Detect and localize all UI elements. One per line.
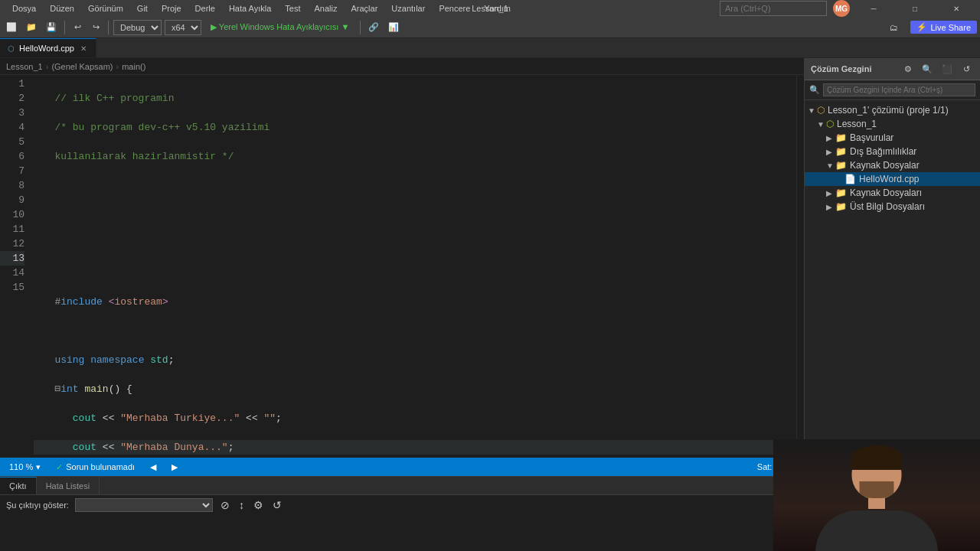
person-beard [860, 481, 894, 498]
toolbar-save[interactable]: 💾 [43, 20, 60, 35]
se-label-lesson1: Lesson_1 [837, 119, 877, 129]
se-refresh-icon[interactable]: ↺ [959, 61, 974, 77]
output-tab-hata[interactable]: Hata Listesi [37, 477, 100, 494]
nav-right[interactable]: ▶ [168, 462, 181, 472]
menu-analiz[interactable]: Analiz [309, 2, 344, 15]
se-filter-icon[interactable]: ⚙ [900, 61, 916, 77]
menu-hata-ayikla[interactable]: Hata Ayıkla [223, 2, 277, 15]
close-button[interactable]: ✕ [939, 0, 974, 17]
breadcrumb-scope: (Genel Kapsam) [51, 62, 113, 71]
code-content[interactable]: // ilk C++ programin /* bu program dev-c… [31, 75, 796, 458]
zoom-icon: ▾ [36, 462, 41, 472]
se-label-dis: Dış Bağımlılıklar [850, 146, 916, 157]
output-pane: Çıktı Hata Listesi Şu çıktıyı göster: ⊘ … [0, 476, 980, 551]
se-header: Çözüm Gezgini ⚙ 🔍 ⬛ ↺ [805, 58, 980, 80]
maximize-button[interactable]: □ [897, 0, 933, 17]
tab-helloword[interactable]: ⬡ HelloWord.cpp ✕ [0, 38, 96, 57]
breadcrumb-sep1: › [46, 62, 49, 71]
se-label-helloword: HelloWord.cpp [859, 174, 919, 184]
se-item-dis[interactable]: ▶ 📁 Dış Bağımlılıklar [805, 145, 980, 158]
solution-icon: ⬡ [817, 105, 825, 116]
editor-scrollbar[interactable] [796, 75, 804, 458]
menu-git[interactable]: Git [131, 2, 154, 15]
se-item-ust[interactable]: ▶ 📁 Üst Bilgi Dosyaları [805, 200, 980, 214]
menu-araclar[interactable]: Araçlar [345, 2, 384, 15]
folder-dis-icon: 📁 [835, 146, 847, 157]
se-collapse-icon[interactable]: ⬛ [939, 61, 956, 77]
output-refresh-btn[interactable]: ↺ [271, 499, 283, 511]
toolbar-open[interactable]: 📁 [23, 20, 40, 35]
code-line-6 [34, 236, 796, 251]
code-line-12: cout << "Merhaba Turkiye..." << ""; [34, 411, 796, 425]
menu-duzen[interactable]: Düzen [44, 2, 80, 15]
toolbar-sep-2 [108, 21, 109, 34]
platform-select[interactable]: x64 [165, 20, 201, 35]
folder-basvu-icon: 📁 [835, 132, 847, 143]
editor-pane: Lesson_1 › (Genel Kapsam) › main() 12345… [0, 58, 804, 458]
toolbar-undo[interactable]: ↩ [70, 20, 85, 35]
output-tab-cikti[interactable]: Çıktı [0, 477, 37, 494]
menu-dosya[interactable]: Dosya [6, 2, 42, 15]
code-line-4 [34, 178, 796, 193]
zoom-status[interactable]: 110 % ▾ [6, 462, 44, 472]
output-settings-btn[interactable]: ⚙ [252, 499, 265, 511]
minimize-button[interactable]: ─ [856, 0, 891, 17]
tab-helloword-close[interactable]: ✕ [79, 44, 88, 53]
code-editor[interactable]: 12345 678910 1112131415 // ilk C++ progr… [0, 75, 804, 458]
se-item-helloword[interactable]: 📄 HelloWord.cpp [805, 172, 980, 186]
toolbar-redo[interactable]: ↪ [88, 20, 103, 35]
se-item-kaynak2[interactable]: ▶ 📁 Kaynak Dosyaları [805, 186, 980, 200]
output-wrap-btn[interactable]: ↕ [237, 499, 246, 511]
toolbar: ⬜ 📁 💾 ↩ ↪ Debug x64 ▶ Yerel Windows Hata… [0, 17, 980, 38]
live-share-button[interactable]: ⚡ Live Share [910, 21, 977, 34]
menu-gorunum[interactable]: Görünüm [82, 2, 129, 15]
problems-status[interactable]: ✓ Sorun bulunamadı [53, 462, 138, 472]
status-left: 110 % ▾ ✓ Sorun bulunamadı ◀ ▶ [6, 462, 181, 472]
se-search-input[interactable] [823, 83, 975, 96]
se-search-icon-inline: 🔍 [809, 85, 820, 95]
se-item-solution[interactable]: ▼ ⬡ Lesson_1' çözümü (proje 1/1) [805, 103, 980, 117]
person-body [815, 510, 938, 551]
se-header-icons: ⚙ 🔍 ⬛ ↺ [900, 61, 974, 77]
file-cpp-icon: 📄 [844, 174, 856, 184]
se-search-icon[interactable]: 🔍 [919, 61, 936, 77]
nav-left[interactable]: ◀ [147, 462, 159, 472]
menu-pencere[interactable]: Pencere [433, 2, 476, 15]
tab-helloword-icon: ⬡ [8, 44, 15, 53]
toolbar-new[interactable]: ⬜ [3, 20, 20, 35]
breadcrumb-sep2: › [116, 62, 119, 71]
se-item-lesson1[interactable]: ▼ ⬡ Lesson_1 [805, 117, 980, 131]
se-item-basvu[interactable]: ▶ 📁 Başvurular [805, 131, 980, 145]
output-dropdown-select[interactable] [75, 498, 213, 512]
breadcrumb: Lesson_1 › (Genel Kapsam) › main() [0, 58, 804, 75]
se-arrow-ust: ▶ [826, 203, 834, 211]
user-avatar[interactable]: MG [833, 0, 850, 17]
menu-derle[interactable]: Derle [189, 2, 221, 15]
problems-ok-icon: ✓ [56, 462, 63, 472]
toolbar-perf[interactable]: 📊 [385, 20, 402, 35]
search-input[interactable] [720, 1, 827, 16]
toolbar-attach[interactable]: 🔗 [365, 20, 382, 35]
se-arrow-kaynak2: ▶ [826, 189, 834, 197]
toolbar-layout[interactable]: 🗂 [886, 20, 901, 35]
folder-kaynak2-icon: 📁 [835, 187, 847, 198]
se-item-kaynak[interactable]: ▼ 📁 Kaynak Dosyalar [805, 158, 980, 172]
menu-proje[interactable]: Proje [155, 2, 188, 15]
window-title: Lesson_1 [472, 4, 508, 13]
menu-uzantilar[interactable]: Uzantılar [385, 2, 431, 15]
tab-bar: ⬡ HelloWord.cpp ✕ [0, 38, 980, 58]
menu-test[interactable]: Test [279, 2, 306, 15]
zoom-value: 110 % [9, 462, 33, 471]
run-button[interactable]: ▶ Yerel Windows Hata Ayıklayıcısı ▼ [204, 21, 355, 34]
se-arrow-helloword [835, 175, 843, 184]
toolbar-sep-3 [360, 21, 361, 34]
menu-bar-container: Dosya Düzen Görünüm Git Proje Derle Hata… [6, 2, 517, 15]
debug-config-select[interactable]: Debug [113, 20, 162, 35]
live-share-label: Live Share [930, 23, 971, 32]
project-icon: ⬡ [826, 119, 834, 129]
video-feed-inner [773, 439, 980, 551]
code-line-5 [34, 207, 796, 222]
code-line-9 [34, 324, 796, 338]
output-clear-btn[interactable]: ⊘ [219, 499, 231, 511]
se-label-ust: Üst Bilgi Dosyaları [850, 201, 925, 212]
